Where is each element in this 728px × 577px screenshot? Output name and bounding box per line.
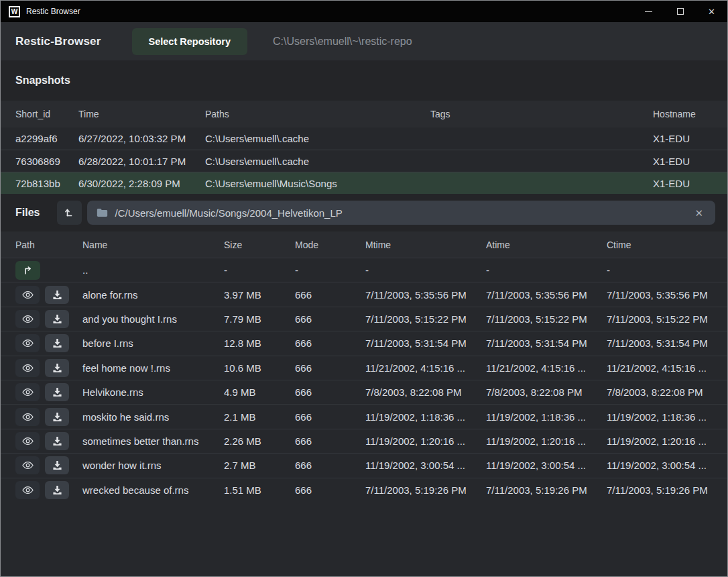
open-parent-button[interactable] <box>15 261 40 280</box>
file-atime: 11/19/2002, 1:20:16 ... <box>486 435 607 447</box>
file-atime: 7/8/2003, 8:22:08 PM <box>486 386 607 398</box>
file-name: sometimes better than.rns <box>82 435 224 447</box>
file-atime: 11/19/2002, 3:00:54 ... <box>486 460 607 471</box>
file-ctime: 11/19/2002, 1:20:16 ... <box>607 435 727 447</box>
file-size: 10.6 MB <box>224 362 295 374</box>
close-icon: ✕ <box>708 7 715 16</box>
file-size: 3.97 MB <box>224 289 295 301</box>
files-path-input[interactable]: /C/Users/emuell/Music/Songs/2004_Helveti… <box>87 201 715 225</box>
file-row: before I.rns12.8 MB6667/11/2003, 5:31:54… <box>1 331 727 355</box>
file-mtime: 11/19/2002, 1:18:36 ... <box>365 411 486 423</box>
eye-icon <box>22 364 34 372</box>
download-file-button[interactable] <box>45 334 69 352</box>
col-size: Size <box>224 240 295 250</box>
col-time: Time <box>78 109 205 119</box>
snapshot-paths: C:\Users\emuell\Music\Songs <box>205 178 430 189</box>
col-atime: Atime <box>486 240 607 250</box>
file-name: moskito he said.rns <box>82 411 224 423</box>
eye-icon <box>22 388 34 397</box>
file-size: 12.8 MB <box>224 337 295 349</box>
close-button[interactable]: ✕ <box>696 1 727 22</box>
preview-file-button[interactable] <box>15 408 40 426</box>
download-file-button[interactable] <box>45 456 69 474</box>
file-row: sometimes better than.rns2.26 MB66611/19… <box>1 429 727 453</box>
file-atime: 7/11/2003, 5:35:56 PM <box>486 289 607 301</box>
preview-file-button[interactable] <box>15 481 40 499</box>
snapshots-section-header: Snapshots <box>1 60 727 101</box>
file-mode: 666 <box>295 362 365 374</box>
col-short-id: Short_id <box>15 109 78 119</box>
snapshot-row[interactable]: a2299af66/27/2022, 10:03:32 PMC:\Users\e… <box>1 127 727 150</box>
parent-dir-row: ..----- <box>1 258 727 282</box>
file-size: - <box>224 264 295 276</box>
repository-path: C:\Users\emuell\~\restic-repo <box>273 36 412 48</box>
file-ctime: 11/19/2002, 3:00:54 ... <box>607 460 727 471</box>
file-mtime: 11/19/2002, 1:20:16 ... <box>365 435 486 447</box>
snapshot-hostname: X1-EDU <box>653 156 727 167</box>
download-file-button[interactable] <box>45 432 69 450</box>
file-size: 2.1 MB <box>224 411 295 423</box>
col-paths: Paths <box>205 109 430 119</box>
app-name: Restic-Browser <box>15 35 101 48</box>
empty-area <box>1 502 727 576</box>
download-file-button[interactable] <box>45 481 69 499</box>
snapshot-time: 6/28/2022, 10:01:17 PM <box>78 156 205 167</box>
select-repository-button[interactable]: Select Repository <box>132 28 248 55</box>
restic-browser-window: W Restic Browser ✕ Restic-Browser Select… <box>0 0 728 577</box>
eye-icon <box>22 486 34 494</box>
download-icon <box>52 485 62 495</box>
file-row: alone for.rns3.97 MB6667/11/2003, 5:35:5… <box>1 282 727 306</box>
file-size: 1.51 MB <box>224 484 295 496</box>
file-mtime: 7/11/2003, 5:19:26 PM <box>365 484 486 496</box>
maximize-button[interactable] <box>664 1 696 22</box>
file-atime: 7/11/2003, 5:31:54 PM <box>486 337 607 349</box>
toolbar: Restic-Browser Select Repository C:\User… <box>1 22 727 60</box>
preview-file-button[interactable] <box>15 383 40 401</box>
files-path-value: /C/Users/emuell/Music/Songs/2004_Helveti… <box>115 207 692 219</box>
level-up-button[interactable] <box>57 201 82 225</box>
file-mode: 666 <box>295 460 365 471</box>
preview-file-button[interactable] <box>15 286 40 304</box>
preview-file-button[interactable] <box>15 456 40 474</box>
download-file-button[interactable] <box>45 383 69 401</box>
file-atime: 11/21/2002, 4:15:16 ... <box>486 362 607 374</box>
file-name: feel home now !.rns <box>82 362 224 374</box>
file-name: before I.rns <box>82 337 224 349</box>
eye-icon <box>22 315 34 323</box>
preview-file-button[interactable] <box>15 310 40 328</box>
download-icon <box>52 363 62 373</box>
file-mode: 666 <box>295 313 365 325</box>
file-mode: 666 <box>295 337 365 349</box>
file-atime: 7/11/2003, 5:15:22 PM <box>486 313 607 325</box>
file-row: feel home now !.rns10.6 MB66611/21/2002,… <box>1 356 727 380</box>
download-file-button[interactable] <box>45 408 69 426</box>
file-mode: 666 <box>295 484 365 496</box>
maximize-icon <box>677 8 684 15</box>
eye-icon <box>22 461 34 470</box>
file-mtime: - <box>365 264 486 276</box>
file-ctime: 7/11/2003, 5:19:26 PM <box>607 484 727 496</box>
file-mtime: 11/19/2002, 3:00:54 ... <box>365 460 486 471</box>
eye-icon <box>22 437 34 445</box>
preview-file-button[interactable] <box>15 432 40 450</box>
clear-path-button[interactable]: ✕ <box>692 207 706 219</box>
file-name: alone for.rns <box>82 289 224 301</box>
eye-icon <box>22 291 34 299</box>
download-file-button[interactable] <box>45 310 69 328</box>
preview-file-button[interactable] <box>15 334 40 352</box>
files-heading: Files <box>15 207 40 219</box>
preview-file-button[interactable] <box>15 359 40 377</box>
download-icon <box>52 387 62 397</box>
file-ctime: 11/19/2002, 1:18:36 ... <box>607 411 727 423</box>
file-name: Helvikone.rns <box>82 386 224 398</box>
snapshot-paths: C:\Users\emuell\.cache <box>205 133 430 144</box>
snapshot-row[interactable]: 763068696/28/2022, 10:01:17 PMC:\Users\e… <box>1 150 727 172</box>
snapshot-hostname: X1-EDU <box>653 178 727 189</box>
minimize-button[interactable] <box>633 1 664 22</box>
col-mode: Mode <box>295 240 365 250</box>
snapshot-row[interactable]: 72b813bb6/30/2022, 2:28:09 PMC:\Users\em… <box>1 172 727 194</box>
download-file-button[interactable] <box>45 286 69 304</box>
file-size: 4.9 MB <box>224 386 295 398</box>
download-file-button[interactable] <box>45 359 69 377</box>
file-row: moskito he said.rns2.1 MB66611/19/2002, … <box>1 404 727 428</box>
